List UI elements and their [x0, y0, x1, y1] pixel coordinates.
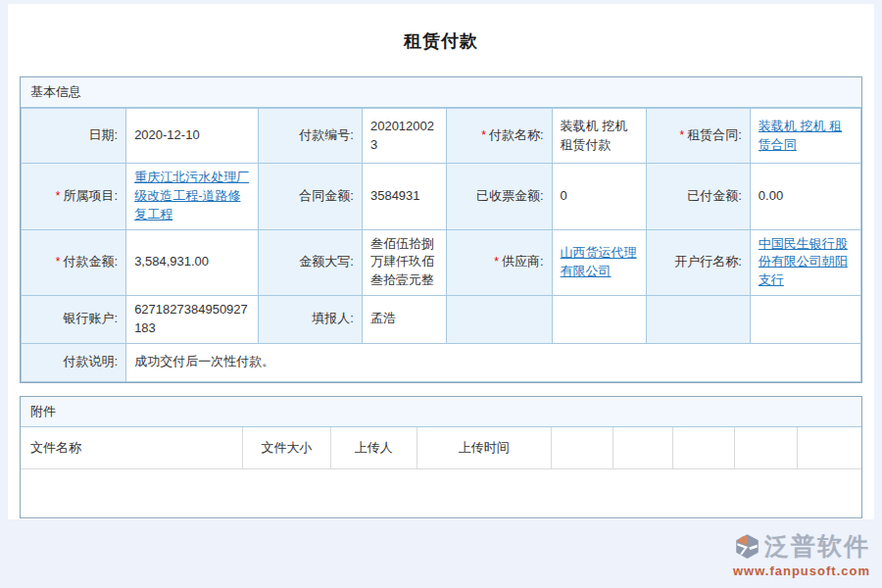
- field-value-payment-amount: 3,584,931.00: [126, 229, 259, 296]
- footer-brand: 泛普软件 www.fanpusoft.com: [733, 530, 870, 578]
- field-label-payment-amount: *付款金额:: [22, 229, 126, 296]
- field-value-lease-contract: 装载机 挖机 租赁合同: [750, 109, 860, 164]
- attachments-table: 文件名称 文件大小 上传人 上传时间: [21, 427, 861, 470]
- field-value-amount-in-words: 叁佰伍拾捌万肆仟玖佰叁拾壹元整: [362, 229, 447, 296]
- field-label-project: *所属项目:: [22, 164, 126, 230]
- table-row: 付款说明: 成功交付后一次性付款。: [22, 343, 861, 381]
- field-value-bank-name: 中国民生银行股份有限公司朝阳支行: [750, 229, 860, 296]
- required-mark: *: [680, 128, 685, 142]
- brand-name: 泛普软件: [764, 530, 870, 563]
- field-value-pay-name: 装载机 挖机 租赁付款: [552, 109, 647, 164]
- fanpu-logo-icon: [734, 533, 760, 560]
- field-label-preparer: 填报人:: [258, 296, 362, 344]
- field-value-preparer: 孟浩: [362, 296, 447, 344]
- bank-name-link[interactable]: 中国民生银行股份有限公司朝阳支行: [759, 236, 848, 288]
- column-header-empty: [612, 427, 673, 469]
- column-header-file-name: 文件名称: [21, 427, 243, 469]
- column-header-empty: [798, 427, 861, 469]
- basic-info-section-title: 基本信息: [21, 77, 861, 108]
- column-header-upload-time: 上传时间: [416, 427, 551, 469]
- required-mark: *: [56, 255, 61, 269]
- field-label-paid-amount: 已付金额:: [647, 164, 750, 230]
- field-label-invoiced-amount: 已收票金额:: [447, 164, 552, 230]
- attachments-empty-area: [21, 469, 861, 517]
- table-row: *付款金额: 3,584,931.00 金额大写: 叁佰伍拾捌万肆仟玖佰叁拾壹元…: [22, 229, 861, 296]
- project-link[interactable]: 重庆江北污水处理厂级改造工程-道路修复工程: [134, 170, 249, 221]
- required-mark: *: [481, 128, 486, 142]
- column-header-empty: [734, 427, 797, 469]
- field-value-paid-amount: 0.00: [750, 164, 860, 230]
- attachments-header-row: 文件名称 文件大小 上传人 上传时间: [21, 427, 861, 469]
- table-row: *所属项目: 重庆江北污水处理厂级改造工程-道路修复工程 合同金额: 35849…: [22, 164, 861, 230]
- attachments-section-title: 附件: [21, 397, 861, 427]
- field-label-lease-contract: *租赁合同:: [647, 109, 750, 164]
- field-value-supplier: 山西货运代理有限公司: [552, 229, 647, 296]
- field-label-payment-note: 付款说明:: [22, 343, 126, 381]
- empty-label-cell: [447, 296, 552, 344]
- lease-contract-link[interactable]: 装载机 挖机 租赁合同: [759, 119, 842, 152]
- field-label-bank-name: 开户行名称:: [647, 229, 750, 296]
- field-value-date: 2020-12-10: [126, 109, 259, 164]
- field-value-contract-amount: 3584931: [362, 164, 447, 230]
- required-mark: *: [494, 255, 499, 269]
- field-value-payment-note: 成功交付后一次性付款。: [126, 343, 861, 381]
- page-title: 租赁付款: [8, 4, 874, 76]
- required-mark: *: [56, 189, 61, 203]
- field-label-bank-account: 银行账户:: [22, 296, 126, 344]
- main-panel: 租赁付款 基本信息 日期: 2020-12-10 付款编号: 202012002…: [8, 4, 874, 519]
- table-row: 银行账户: 6271827384950927183 填报人: 孟浩: [22, 296, 861, 344]
- column-header-empty: [673, 427, 735, 469]
- column-header-uploader: 上传人: [331, 427, 417, 469]
- field-label-amount-in-words: 金额大写:: [258, 229, 362, 296]
- brand-website: www.fanpusoft.com: [733, 564, 870, 578]
- field-value-pay-no: 2020120023: [362, 109, 447, 164]
- empty-value-cell: [552, 296, 647, 344]
- field-label-pay-name: *付款名称:: [447, 109, 552, 164]
- field-label-contract-amount: 合同金额:: [258, 164, 362, 230]
- column-header-file-size: 文件大小: [243, 427, 331, 469]
- field-label-date: 日期:: [22, 109, 126, 164]
- basic-info-section: 基本信息 日期: 2020-12-10 付款编号: 2020120023 *付款…: [20, 76, 862, 383]
- empty-label-cell: [647, 296, 750, 344]
- empty-value-cell: [750, 296, 860, 344]
- basic-info-table: 日期: 2020-12-10 付款编号: 2020120023 *付款名称: 装…: [21, 108, 861, 382]
- field-value-bank-account: 6271827384950927183: [126, 296, 259, 344]
- attachments-section: 附件 文件名称 文件大小 上传人 上传时间: [20, 396, 862, 519]
- field-label-pay-no: 付款编号:: [258, 109, 362, 164]
- column-header-empty: [551, 427, 612, 469]
- table-row: 日期: 2020-12-10 付款编号: 2020120023 *付款名称: 装…: [22, 109, 861, 164]
- field-label-supplier: *供应商:: [447, 229, 552, 296]
- field-value-project: 重庆江北污水处理厂级改造工程-道路修复工程: [126, 164, 259, 230]
- field-value-invoiced-amount: 0: [552, 164, 647, 230]
- supplier-link[interactable]: 山西货运代理有限公司: [561, 245, 637, 278]
